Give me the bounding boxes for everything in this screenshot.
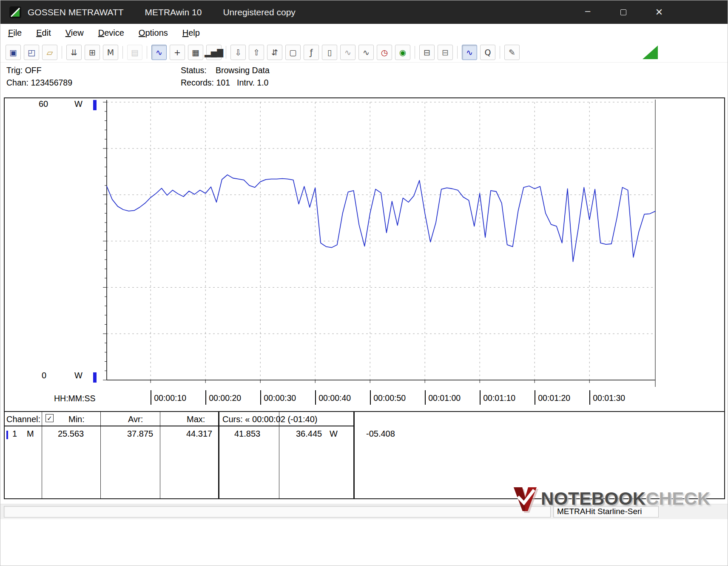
y-axis-min-label: 0: [42, 371, 46, 380]
toolbar-zoom-signal-button[interactable]: ∿: [462, 45, 477, 60]
toolbar-read-display-button[interactable]: ⇊: [66, 45, 82, 60]
max-value: 44.317: [186, 429, 212, 439]
table-divider: [160, 412, 160, 498]
maximize-icon: [620, 9, 626, 15]
x-axis-format-label: HH:MM:SS: [54, 394, 96, 403]
toolbar-timer-button[interactable]: ◉: [395, 45, 410, 60]
table-header-divider: [5, 426, 354, 426]
x-axis-tick-label: 00:01:30: [589, 390, 625, 405]
table-divider: [279, 412, 279, 498]
x-axis-tick-label: 00:00:20: [205, 390, 241, 405]
view-line-chart-icon: ∿: [156, 48, 162, 57]
toolbar-print-setup-button[interactable]: ⊟: [438, 45, 453, 60]
col-max: Max:: [187, 414, 205, 424]
print-icon: ⊟: [424, 48, 430, 57]
toolbar-signal-high-button[interactable]: ∿: [358, 45, 374, 60]
toolbar-signal-low-button[interactable]: ∿: [340, 45, 355, 60]
view-histogram-icon: ▂▅▇: [205, 48, 223, 57]
menu-options[interactable]: Options: [134, 26, 173, 40]
x-axis-tick-label: 00:00:30: [260, 390, 296, 405]
notebookcheck-logo-icon: [512, 483, 538, 515]
toolbar-annotation-button[interactable]: ✎: [504, 45, 520, 60]
close-icon: ✕: [655, 7, 663, 18]
gossen-metrawatt-logo-icon: [9, 6, 22, 19]
toolbar-formula-button[interactable]: ƒ: [304, 45, 319, 60]
close-button[interactable]: ✕: [649, 3, 669, 22]
toolbar-read-memory-button[interactable]: ⊞: [85, 45, 100, 60]
toolbar-open-file-button[interactable]: ▱: [42, 45, 57, 60]
delta-value: -05.408: [366, 429, 395, 439]
power-line-chart[interactable]: [5, 98, 726, 411]
toolbar-zoom-search-button[interactable]: Q: [480, 45, 495, 60]
value-unit: W: [330, 429, 338, 439]
print-setup-icon: ⊟: [442, 48, 449, 57]
channel-status: Chan: 123456789: [6, 78, 72, 88]
toolbar-buttons: ▣◰▱⇊⊞M▤∿+▦▂▅▇⇩⇧⇵▢ƒ▯∿∿◷◉⊟⊟∿Q✎: [6, 45, 523, 60]
statusbar-message-area: [4, 506, 551, 517]
toolbar-view-scope-button[interactable]: +: [170, 45, 185, 60]
toolbar-read-m-card-button[interactable]: M: [103, 45, 118, 60]
x-axis-tick-label: 00:01:10: [480, 390, 515, 405]
memory-card-icon: ▯: [327, 48, 332, 57]
table-divider: [353, 412, 355, 498]
col-cursor: Curs: « 00:00:02 (-01:40): [222, 414, 317, 424]
chart-area: 60 W 0 W HH:MM:SS 00:00:1000:00:2000:00:…: [5, 98, 724, 411]
toolbar-separator: [500, 46, 500, 59]
status-info: Trig: OFF Chan: 123456789 Status: Browsi…: [0, 63, 728, 97]
menu-device[interactable]: Device: [93, 26, 129, 40]
license-status: Unregistered copy: [223, 7, 295, 17]
notebookcheck-watermark: NOTEBOOKCHECK: [512, 483, 711, 515]
status-label: Status:: [181, 66, 207, 75]
maximize-button[interactable]: [614, 3, 633, 22]
x-axis-tick-label: 00:01:20: [535, 390, 570, 405]
toolbar-clock-button[interactable]: ◷: [377, 45, 392, 60]
toolbar-save-button[interactable]: ▣: [6, 45, 21, 60]
toolbar-device-config-button[interactable]: ⇵: [267, 45, 282, 60]
app-window: GOSSEN METRAWATT METRAwin 10 Unregistere…: [0, 0, 728, 566]
status-value: Browsing Data: [216, 66, 270, 75]
toolbar-live-monitor-button[interactable]: ▢: [285, 45, 301, 60]
menu-help[interactable]: Help: [177, 26, 205, 40]
y-axis-max-label: 60: [39, 99, 48, 109]
toolbar-device-upload-button[interactable]: ⇧: [249, 45, 264, 60]
channel-visible-checkbox[interactable]: ✓: [46, 414, 54, 422]
watermark-text-primary: NOTEBOOK: [541, 489, 646, 509]
read-m-card-icon: M: [107, 48, 114, 57]
cursor2-value: 36.445: [296, 429, 322, 439]
x-axis-tick-label: 00:00:50: [370, 390, 406, 405]
toolbar-separator: [457, 46, 458, 59]
toolbar: ▣◰▱⇊⊞M▤∿+▦▂▅▇⇩⇧⇵▢ƒ▯∿∿◷◉⊟⊟∿Q✎: [0, 42, 728, 63]
toolbar-separator: [147, 46, 147, 59]
cursor1-handle[interactable]: [93, 100, 97, 110]
toolbar-save-data-button[interactable]: ◰: [24, 45, 39, 60]
avr-value: 37.875: [127, 429, 153, 439]
menu-file[interactable]: File: [3, 26, 27, 40]
channel-number: 1: [12, 429, 17, 439]
cursor2-handle[interactable]: [93, 372, 97, 383]
menu-view[interactable]: View: [60, 26, 89, 40]
toolbar-memory-card-button[interactable]: ▯: [322, 45, 337, 60]
minimize-icon: –: [585, 6, 590, 17]
toolbar-separator: [62, 46, 62, 59]
toolbar-separator: [226, 46, 226, 59]
toolbar-view-table-button[interactable]: ▦: [188, 45, 203, 60]
annotation-icon: ✎: [509, 48, 515, 57]
toolbar-device-download-button[interactable]: ⇩: [230, 45, 246, 60]
chart-panel: 60 W 0 W HH:MM:SS 00:00:1000:00:2000:00:…: [4, 97, 725, 499]
toolbar-separator: [415, 46, 415, 59]
minimize-button[interactable]: –: [578, 3, 597, 22]
table-divider: [218, 412, 219, 498]
read-memory-icon: ⊞: [89, 48, 96, 57]
zoom-signal-icon: ∿: [466, 48, 473, 57]
toolbar-view-histogram-button[interactable]: ▂▅▇: [206, 45, 222, 60]
toolbar-print-button[interactable]: ⊟: [419, 45, 435, 60]
zoom-search-icon: Q: [485, 48, 491, 57]
toolbar-keyboard-entry-button[interactable]: ▤: [127, 45, 142, 60]
window-controls: – ✕: [578, 0, 669, 24]
toolbar-view-line-chart-button[interactable]: ∿: [151, 45, 167, 60]
menu-edit[interactable]: Edit: [31, 26, 56, 40]
brand-title: GOSSEN METRAWATT: [28, 7, 124, 17]
toolbar-separator: [122, 46, 123, 59]
read-display-icon: ⇊: [71, 48, 77, 57]
signal-high-icon: ∿: [363, 48, 370, 57]
